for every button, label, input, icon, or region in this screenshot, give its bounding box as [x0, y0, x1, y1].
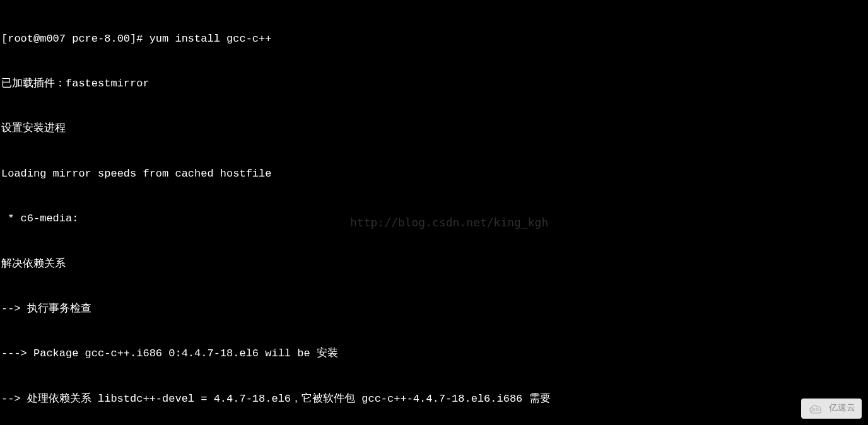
output-line: * c6-media: [1, 211, 868, 226]
output-line: Loading mirror speeds from cached hostfi… [1, 166, 868, 182]
output-line: 解决依赖关系 [1, 257, 868, 272]
output-line: ---> Package gcc-c++.i686 0:4.4.7-18.el6… [1, 346, 868, 361]
output-line: --> 处理依赖关系 libstdc++-devel = 4.4.7-18.el… [1, 392, 868, 407]
prompt-line: [root@m007 pcre-8.00]# yum install gcc-c… [1, 32, 868, 47]
output-line: 已加载插件：fastestmirror [1, 76, 868, 91]
terminal-output[interactable]: [root@m007 pcre-8.00]# yum install gcc-c… [0, 0, 868, 425]
output-line: --> 执行事务检查 [1, 301, 868, 317]
output-line: 设置安装进程 [1, 121, 868, 136]
